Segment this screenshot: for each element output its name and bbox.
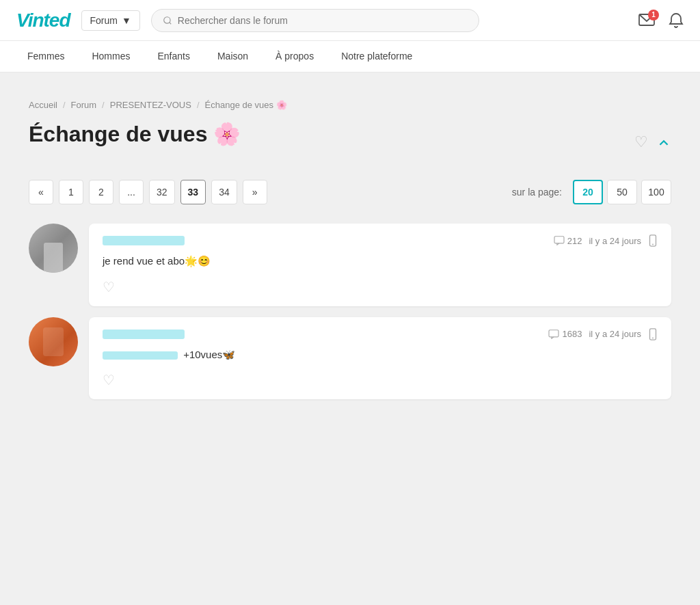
post-card: 212 il y a 24 jours je rend vue et abo🌟😊… bbox=[29, 224, 671, 306]
breadcrumb-presentez[interactable]: PRESENTEZ-VOUS bbox=[110, 100, 191, 110]
page-1[interactable]: 1 bbox=[59, 180, 83, 204]
svg-rect-3 bbox=[554, 237, 564, 243]
nav-femmes[interactable]: Femmes bbox=[27, 42, 64, 71]
post-card: 1683 il y a 24 jours +10vues🦋 ♡ bbox=[29, 317, 671, 400]
post-meta: 1683 il y a 24 jours bbox=[548, 328, 658, 340]
comment-count: 1683 bbox=[548, 329, 582, 339]
nav-plateforme[interactable]: Notre plateforme bbox=[341, 42, 412, 71]
comment-number: 212 bbox=[567, 236, 582, 246]
page-33-active[interactable]: 33 bbox=[180, 180, 206, 204]
like-button[interactable]: ♡ bbox=[103, 279, 658, 295]
main-content: Accueil / Forum / PRESENTEZ-VOUS / Échan… bbox=[15, 72, 685, 438]
per-page-label: sur la page: bbox=[512, 187, 562, 198]
svg-line-1 bbox=[170, 23, 172, 25]
avatar bbox=[29, 317, 78, 366]
nav-maison[interactable]: Maison bbox=[217, 42, 248, 71]
per-page-50[interactable]: 50 bbox=[607, 180, 637, 204]
post-body: 212 il y a 24 jours je rend vue et abo🌟😊… bbox=[89, 224, 671, 306]
comment-count: 212 bbox=[554, 236, 582, 246]
forum-dropdown[interactable]: Forum ▼ bbox=[81, 10, 140, 31]
breadcrumb-current: Échange de vues 🌸 bbox=[205, 100, 287, 110]
post-text: +10vues🦋 bbox=[183, 349, 235, 360]
svg-point-0 bbox=[164, 17, 170, 23]
post-content: je rend vue et abo🌟😊 bbox=[103, 254, 658, 269]
svg-point-8 bbox=[652, 337, 654, 338]
comment-number: 1683 bbox=[562, 329, 582, 339]
nav-hommes[interactable]: Hommes bbox=[92, 42, 130, 71]
nav-enfants[interactable]: Enfants bbox=[157, 42, 189, 71]
notifications-button[interactable] bbox=[669, 12, 684, 29]
per-page-group: 20 50 100 bbox=[573, 180, 671, 204]
main-nav: Femmes Hommes Enfants Maison À propos No… bbox=[0, 41, 700, 72]
post-header: 1683 il y a 24 jours bbox=[103, 328, 658, 340]
post-timestamp: il y a 24 jours bbox=[589, 329, 641, 339]
svg-point-5 bbox=[652, 244, 654, 245]
page-2[interactable]: 2 bbox=[89, 180, 113, 204]
favorite-button[interactable]: ♡ bbox=[634, 133, 648, 151]
page-32[interactable]: 32 bbox=[149, 180, 175, 204]
mobile-icon bbox=[648, 234, 658, 247]
message-badge: 1 bbox=[648, 10, 659, 21]
per-page-20[interactable]: 20 bbox=[573, 180, 603, 204]
header-icons: 1 bbox=[638, 12, 684, 29]
header: Vinted Forum ▼ 1 bbox=[0, 0, 700, 41]
search-bar bbox=[151, 9, 479, 32]
page-first[interactable]: « bbox=[29, 180, 53, 204]
page-ellipsis: ... bbox=[119, 180, 144, 204]
page-title: Échange de vues 🌸 bbox=[29, 121, 241, 147]
per-page-100[interactable]: 100 bbox=[641, 180, 671, 204]
page-last[interactable]: » bbox=[243, 180, 267, 204]
vinted-logo: Vinted bbox=[16, 10, 70, 31]
pagination: « 1 2 ... 32 33 34 » sur la page: 20 50 … bbox=[29, 180, 671, 204]
chevron-down-icon: ▼ bbox=[122, 15, 131, 26]
mobile-icon bbox=[648, 328, 658, 340]
page-34[interactable]: 34 bbox=[211, 180, 237, 204]
svg-rect-6 bbox=[549, 330, 558, 336]
search-input[interactable] bbox=[178, 15, 468, 26]
breadcrumb-forum[interactable]: Forum bbox=[71, 100, 97, 110]
scroll-up-button[interactable] bbox=[656, 134, 671, 150]
avatar bbox=[29, 224, 78, 273]
breadcrumb-accueil[interactable]: Accueil bbox=[29, 100, 57, 110]
title-actions: ♡ bbox=[634, 133, 671, 151]
post-content: +10vues🦋 bbox=[103, 347, 658, 363]
username-bar bbox=[103, 330, 185, 339]
search-icon bbox=[163, 14, 172, 27]
post-timestamp: il y a 24 jours bbox=[589, 236, 641, 246]
post-meta: 212 il y a 24 jours bbox=[554, 234, 658, 247]
messages-button[interactable]: 1 bbox=[638, 14, 655, 27]
post-body: 1683 il y a 24 jours +10vues🦋 ♡ bbox=[89, 317, 671, 400]
username-inline bbox=[103, 351, 178, 360]
forum-dropdown-label: Forum bbox=[90, 15, 118, 26]
nav-apropos[interactable]: À propos bbox=[275, 42, 314, 71]
username-bar bbox=[103, 236, 185, 245]
post-header: 212 il y a 24 jours bbox=[103, 234, 658, 247]
like-button[interactable]: ♡ bbox=[103, 372, 658, 388]
breadcrumb: Accueil / Forum / PRESENTEZ-VOUS / Échan… bbox=[29, 100, 671, 110]
